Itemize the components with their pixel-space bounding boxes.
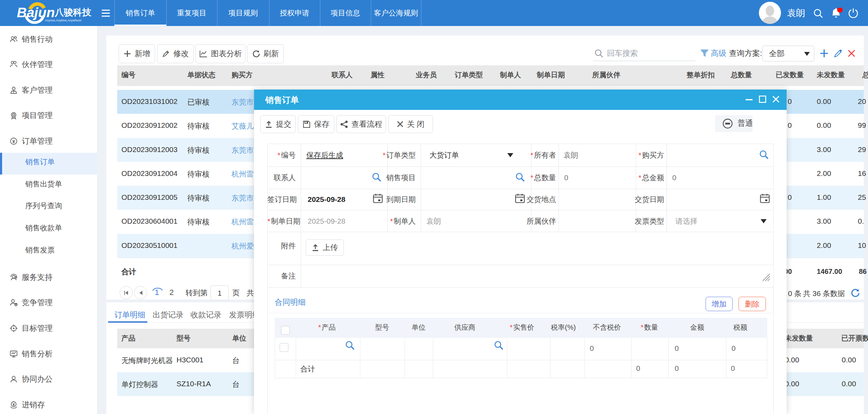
- svg-text:Bajun: Bajun: [17, 5, 55, 20]
- svg-text:八骏科技: 八骏科技: [54, 7, 92, 18]
- svg-text:Anyone,Anytime,Anywhere!: Anyone,Anytime,Anywhere!: [45, 19, 81, 22]
- svg-text:vs: vs: [15, 304, 17, 306]
